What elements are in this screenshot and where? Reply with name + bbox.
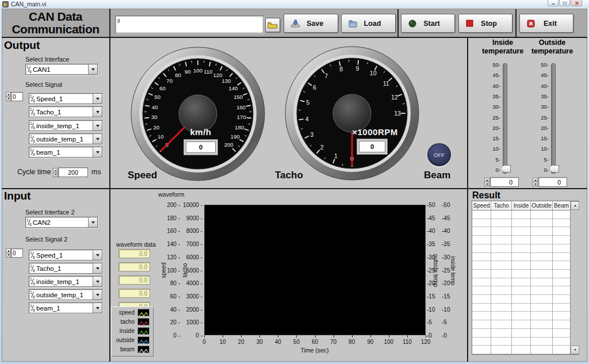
combo-value: Speed_1	[35, 252, 93, 259]
load-button[interactable]: Load	[341, 14, 396, 33]
beam-led[interactable]: OFF	[427, 143, 451, 166]
dropdown-arrow-icon[interactable]	[88, 64, 97, 74]
save-button[interactable]: Save	[284, 14, 338, 33]
col-header-outside[interactable]: Outside	[531, 201, 553, 210]
window-titlebar[interactable]: CAN_main.vi	[0, 0, 589, 9]
inside-temp-value[interactable]: 0	[490, 177, 519, 187]
save-icon	[290, 19, 300, 28]
result-cell	[531, 295, 553, 304]
file-path-input[interactable]: a	[115, 16, 263, 33]
combo-value: inside_temp_1	[35, 278, 93, 285]
gauge-scale-number: 110	[204, 68, 212, 75]
cycle-time-spinner[interactable]	[53, 168, 58, 177]
x-axis-tick-label: 0	[196, 339, 213, 345]
outside-temp-value[interactable]: 0	[538, 177, 567, 187]
input-interface-select[interactable]: 16CAN2	[25, 217, 98, 228]
gauge-tick	[342, 164, 343, 166]
y-axis-tick-label: 7000 -	[176, 241, 202, 247]
result-cell	[553, 286, 571, 295]
inside-temperature-slider[interactable]: 0-5-10-15-20-25-30-35-40-45-50-	[481, 61, 518, 177]
result-cell	[491, 320, 512, 329]
col-header-beam[interactable]: Beam	[553, 201, 571, 210]
combo-value: CAN2	[32, 219, 88, 226]
load-button-label: Load	[358, 20, 395, 28]
dropdown-arrow-icon[interactable]	[93, 303, 102, 313]
slider-track[interactable]	[503, 63, 507, 174]
input-signal-index[interactable]: 0	[11, 248, 23, 258]
input-signal-select-1[interactable]: 16Tacho_1	[29, 263, 102, 274]
outside-temp-spinner[interactable]	[533, 178, 538, 186]
cycle-time-value[interactable]: 200	[58, 167, 88, 177]
scroll-down-button[interactable]	[571, 346, 579, 354]
input-signal-select-4[interactable]: 16beam_1	[29, 302, 102, 313]
right-column-divider	[467, 37, 468, 362]
dropdown-arrow-icon[interactable]	[93, 107, 102, 117]
dropdown-arrow-icon[interactable]	[93, 147, 102, 157]
stop-button[interactable]: Stop	[458, 14, 512, 33]
outside-temperature-slider[interactable]: 0-5-10-15-20-25-30-35-40-45-50-	[529, 61, 566, 177]
result-cell	[472, 261, 491, 270]
slider-tick-label: 25-	[529, 114, 549, 121]
result-cell	[531, 346, 553, 354]
result-cell	[512, 210, 531, 219]
combo-value: CAN1	[32, 66, 88, 73]
input-signal-select-2[interactable]: 16inside_temp_1	[29, 276, 102, 287]
close-button[interactable]	[571, 0, 582, 6]
result-cell	[512, 244, 531, 253]
dropdown-arrow-icon[interactable]	[93, 277, 102, 286]
result-cell	[553, 338, 571, 346]
result-cell	[553, 236, 571, 244]
result-cell	[512, 227, 531, 236]
legend-label: tacho	[113, 319, 135, 325]
maximize-button[interactable]	[559, 0, 570, 6]
waveform-data-label: waveform data	[116, 241, 156, 248]
result-cell	[553, 210, 571, 219]
output-signal-select-3[interactable]: 16outside_temp_1	[29, 133, 102, 144]
dropdown-arrow-icon[interactable]	[93, 121, 102, 131]
input-signal-index-spinner[interactable]	[6, 248, 11, 258]
output-signal-select-0[interactable]: 16Speed_1	[29, 93, 102, 104]
slider-tick-label: 10-	[481, 145, 500, 152]
load-folder-icon	[348, 19, 358, 28]
start-button[interactable]: Start	[401, 14, 455, 33]
result-cell	[472, 278, 491, 287]
result-cell	[491, 236, 512, 244]
save-button-label: Save	[300, 20, 338, 28]
output-signal-select-1[interactable]: 16Tacho_1	[29, 106, 102, 117]
dropdown-arrow-icon[interactable]	[93, 94, 102, 104]
application-window: CAN_main.vi CAN Data Communication a Sav…	[0, 0, 589, 364]
exit-button[interactable]: Exit	[519, 14, 573, 33]
result-cell	[553, 261, 571, 270]
inside-temp-spinner[interactable]	[484, 178, 489, 186]
output-signal-select-2[interactable]: 16inside_temp_1	[29, 120, 102, 131]
tacho-gauge: 012345678910111213	[285, 46, 419, 181]
gauge-scale-number: 2	[320, 144, 324, 151]
dropdown-arrow-icon[interactable]	[88, 217, 97, 227]
output-signal-index[interactable]: 0	[11, 92, 23, 101]
output-signal-index-spinner[interactable]	[6, 92, 11, 101]
input-signal-select-0[interactable]: 16Speed_1	[29, 250, 102, 260]
col-header-speed[interactable]: Speed	[472, 201, 491, 210]
y-axis-tick-label: -35	[442, 241, 458, 247]
input-signal-select-3[interactable]: 16outside_temp_1	[29, 289, 102, 300]
output-signal-select-4[interactable]: 16beam_1	[29, 147, 102, 158]
scroll-up-button[interactable]	[571, 201, 579, 210]
slider-tick-label: 50-	[481, 62, 500, 68]
dropdown-arrow-icon[interactable]	[93, 263, 102, 273]
y-axis-tick-label: 6000 -	[176, 254, 202, 260]
result-table-scrollbar[interactable]	[570, 201, 579, 354]
dropdown-arrow-icon[interactable]	[93, 134, 102, 144]
x-axis-tick-label: 100	[380, 339, 397, 345]
y-axis-tick-label: -5	[442, 319, 458, 325]
output-interface-select[interactable]: 16 CAN1	[25, 64, 98, 75]
y-axis-tick-label: -35	[427, 241, 443, 247]
browse-button[interactable]	[265, 18, 280, 32]
chart-plot-area	[204, 205, 426, 335]
dropdown-arrow-icon[interactable]	[93, 290, 102, 300]
result-cell	[491, 338, 512, 346]
col-header-inside[interactable]: Inside	[512, 201, 531, 210]
col-header-tacho[interactable]: Tacho	[491, 201, 512, 210]
slider-track[interactable]	[551, 63, 556, 174]
dropdown-arrow-icon[interactable]	[93, 250, 102, 260]
minimize-button[interactable]	[548, 0, 559, 6]
